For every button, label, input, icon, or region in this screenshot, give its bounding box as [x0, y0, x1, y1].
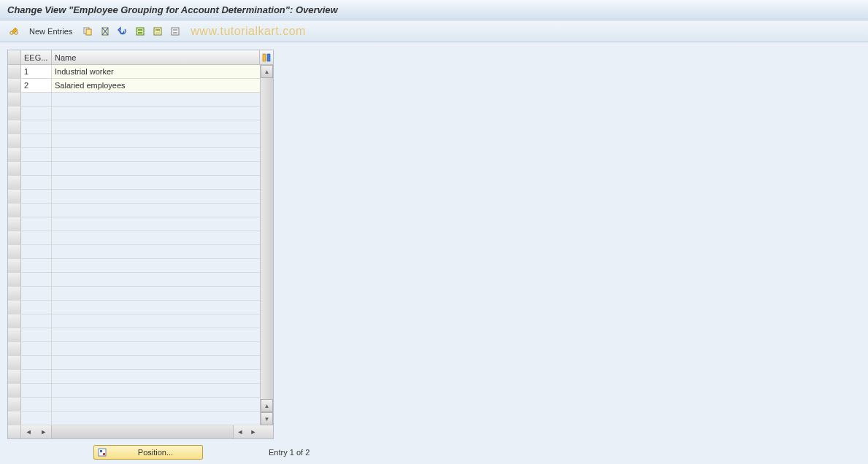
cell-name[interactable] [52, 301, 261, 314]
table-row[interactable]: 1Industrial worker [8, 65, 261, 79]
row-selector[interactable] [8, 134, 21, 147]
row-selector[interactable] [8, 328, 21, 341]
cell-eeg[interactable] [21, 190, 52, 203]
cell-name[interactable] [52, 245, 261, 258]
row-selector[interactable] [8, 217, 21, 231]
cell-eeg[interactable]: 2 [21, 79, 52, 92]
cell-name[interactable] [52, 273, 261, 286]
cell-name[interactable]: Industrial worker [52, 65, 261, 78]
hscroll-track[interactable] [52, 425, 234, 438]
row-selector[interactable] [8, 79, 21, 92]
table-row[interactable] [8, 176, 261, 190]
cell-name[interactable] [52, 384, 261, 397]
table-row[interactable] [8, 162, 261, 176]
cell-eeg[interactable] [21, 162, 52, 175]
select-block-button[interactable] [150, 23, 166, 39]
row-selector[interactable] [8, 398, 21, 411]
table-row[interactable] [8, 370, 261, 384]
cell-name[interactable] [52, 259, 261, 272]
cell-eeg[interactable] [21, 370, 52, 383]
cell-name[interactable] [52, 328, 261, 341]
row-selector[interactable] [8, 176, 21, 189]
table-row[interactable] [8, 398, 261, 411]
table-row[interactable] [8, 190, 261, 204]
table-row[interactable] [8, 342, 261, 356]
cell-name[interactable] [52, 287, 261, 300]
cell-eeg[interactable] [21, 93, 52, 106]
cell-eeg[interactable] [21, 107, 52, 120]
cell-eeg[interactable] [21, 217, 52, 231]
toggle-edit-button[interactable] [6, 23, 22, 39]
table-row[interactable] [8, 120, 261, 134]
table-row[interactable] [8, 314, 261, 328]
cell-eeg[interactable] [21, 120, 52, 134]
cell-name[interactable] [52, 93, 261, 106]
cell-eeg[interactable] [21, 259, 52, 272]
cell-eeg[interactable] [21, 384, 52, 397]
cell-name[interactable] [52, 162, 261, 175]
select-all-button[interactable] [132, 23, 148, 39]
new-entries-button[interactable]: New Entries [23, 26, 78, 37]
table-row[interactable] [8, 384, 261, 398]
copy-button[interactable] [80, 23, 96, 39]
row-selector[interactable] [8, 65, 21, 78]
row-selector[interactable] [8, 148, 21, 161]
cell-eeg[interactable] [21, 231, 52, 244]
cell-name[interactable] [52, 314, 261, 328]
row-selector[interactable] [8, 259, 21, 272]
cell-eeg[interactable] [21, 148, 52, 161]
row-selector[interactable] [8, 287, 21, 300]
row-selector[interactable] [8, 384, 21, 397]
hscroll-right2-button[interactable]: ► [247, 425, 260, 438]
scroll-track[interactable] [261, 78, 273, 399]
row-selector[interactable] [8, 370, 21, 383]
table-row[interactable] [8, 328, 261, 342]
scroll-up-button[interactable]: ▲ [261, 65, 273, 78]
table-row[interactable] [8, 231, 261, 245]
deselect-all-button[interactable] [167, 23, 183, 39]
table-row[interactable] [8, 107, 261, 120]
row-selector[interactable] [8, 273, 21, 286]
table-row[interactable] [8, 259, 261, 273]
scroll-down2-button[interactable]: ▼ [261, 412, 273, 425]
row-selector[interactable] [8, 190, 21, 203]
table-row[interactable] [8, 301, 261, 314]
table-row[interactable] [8, 411, 261, 425]
cell-eeg[interactable] [21, 134, 52, 147]
row-selector[interactable] [8, 356, 21, 369]
cell-eeg[interactable] [21, 245, 52, 258]
cell-name[interactable] [52, 190, 261, 203]
delete-button[interactable] [97, 23, 113, 39]
table-row[interactable] [8, 93, 261, 107]
row-selector[interactable] [8, 107, 21, 120]
cell-eeg[interactable] [21, 204, 52, 217]
cell-name[interactable] [52, 411, 261, 425]
undo-button[interactable] [115, 23, 131, 39]
position-button[interactable]: Position... [93, 445, 203, 460]
hscroll-left2-button[interactable]: ◄ [234, 425, 247, 438]
cell-eeg[interactable] [21, 301, 52, 314]
row-selector[interactable] [8, 301, 21, 314]
row-selector[interactable] [8, 342, 21, 355]
cell-name[interactable] [52, 120, 261, 134]
cell-eeg[interactable]: 1 [21, 65, 52, 78]
cell-name[interactable] [52, 204, 261, 217]
cell-eeg[interactable] [21, 314, 52, 328]
hscroll-right-button[interactable]: ► [37, 425, 52, 438]
column-header-eeg[interactable]: EEG... [21, 50, 52, 64]
scroll-down-button[interactable]: ▲ [261, 399, 273, 412]
cell-name[interactable] [52, 370, 261, 383]
cell-eeg[interactable] [21, 176, 52, 189]
table-row[interactable] [8, 356, 261, 370]
column-header-name[interactable]: Name [52, 50, 260, 64]
cell-name[interactable] [52, 231, 261, 244]
cell-eeg[interactable] [21, 398, 52, 411]
cell-eeg[interactable] [21, 328, 52, 341]
cell-eeg[interactable] [21, 273, 52, 286]
table-row[interactable] [8, 273, 261, 287]
row-selector[interactable] [8, 162, 21, 175]
cell-name[interactable] [52, 176, 261, 189]
cell-name[interactable] [52, 342, 261, 355]
cell-name[interactable] [52, 107, 261, 120]
cell-eeg[interactable] [21, 356, 52, 369]
